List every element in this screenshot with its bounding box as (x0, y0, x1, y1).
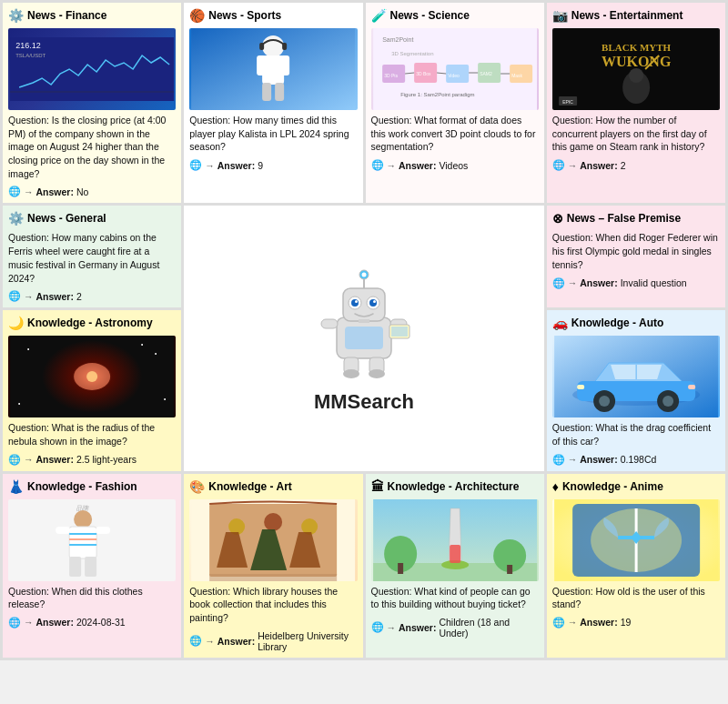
science-image: Sam2Point 3D Segmentation 3D Pts 3D Box … (371, 28, 539, 110)
fashion-answer: 2024-08-31 (76, 617, 126, 628)
card-sports-header: 🏀 News - Sports (189, 8, 357, 23)
science-question: Question: What format of data does this … (371, 114, 539, 154)
svg-point-47 (369, 299, 377, 307)
astronomy-title: Knowledge - Astronomy (27, 317, 153, 329)
general-icon: ⚙️ (8, 211, 24, 226)
finance-title: News - Finance (27, 9, 106, 22)
svg-rect-100 (450, 545, 460, 563)
architecture-image (371, 499, 539, 581)
finance-question: Question: Is the closing price (at 4:00 … (8, 114, 176, 180)
architecture-answer-row: 🌐 → Answer: Children (18 and Under) (371, 617, 539, 639)
sports-title: News - Sports (208, 9, 281, 22)
card-science: 🧪 News - Science Sam2Point 3D Segmentati… (366, 3, 544, 203)
finance-image: 216.12 TSLA/USDT (8, 28, 176, 110)
svg-rect-78 (688, 385, 695, 389)
svg-rect-9 (262, 83, 271, 101)
main-grid: ⚙️ News - Finance 216.12 TSLA/USDT Quest… (0, 0, 728, 660)
architecture-title: Knowledge - Architecture (388, 480, 520, 493)
svg-rect-50 (359, 319, 369, 323)
fashion-icon: 👗 (8, 479, 24, 494)
false-premise-icon: ⊗ (552, 211, 563, 226)
svg-text:216.12: 216.12 (15, 41, 41, 50)
svg-rect-87 (85, 557, 96, 577)
svg-point-46 (351, 299, 359, 307)
svg-text:3D Pts: 3D Pts (384, 73, 399, 78)
finance-answer-row: 🌐 → Answer: No (8, 186, 176, 197)
svg-rect-104 (507, 565, 512, 574)
card-science-header: 🧪 News - Science (371, 8, 539, 23)
svg-rect-12 (282, 43, 287, 50)
anime-title: Knowledge - Anime (562, 480, 663, 493)
card-astronomy-header: 🌙 Knowledge - Astronomy (8, 316, 176, 330)
sports-icon: 🏀 (189, 8, 205, 23)
astronomy-image (8, 336, 176, 417)
auto-title: Knowledge - Auto (571, 317, 664, 329)
card-art-header: 🎨 Knowledge - Art (189, 479, 357, 494)
art-question: Question: Which library houses the book … (189, 585, 357, 625)
architecture-globe-icon: 🌐 (371, 621, 384, 633)
card-auto: 🚗 Knowledge - Auto (547, 310, 725, 470)
science-title: News - Science (390, 9, 470, 22)
false-premise-answer-row: 🌐 → Answer: Invalid question (552, 277, 720, 289)
entertainment-title: News - Entertainment (571, 9, 683, 22)
card-general-header: ⚙️ News - General (8, 211, 176, 226)
finance-icon: ⚙️ (8, 8, 24, 23)
svg-rect-11 (259, 43, 264, 50)
astronomy-answer-row: 🌐 → Answer: 2.5 light-years (8, 454, 176, 466)
center-panel: MMSearch (184, 206, 544, 470)
card-art: 🎨 Knowledge - Art Question: Which (184, 474, 362, 658)
svg-rect-55 (391, 327, 408, 337)
entertainment-answer: 2 (621, 160, 626, 171)
fashion-answer-row: 🌐 → Answer: 2024-08-31 (8, 617, 176, 629)
card-finance: ⚙️ News - Finance 216.12 TSLA/USDT Quest… (3, 3, 181, 203)
svg-text:WUKONG: WUKONG (602, 54, 672, 69)
science-globe-icon: 🌐 (371, 159, 384, 171)
svg-point-49 (373, 300, 376, 303)
auto-icon: 🚗 (552, 316, 568, 330)
svg-rect-77 (577, 385, 584, 389)
anime-image (552, 499, 720, 581)
entertainment-image: BLACK MYTH WUKONG EPIC (552, 28, 720, 110)
general-answer: 2 (76, 291, 82, 302)
svg-rect-10 (275, 83, 284, 101)
svg-rect-52 (321, 319, 338, 328)
svg-text:SAM2: SAM2 (480, 71, 492, 76)
auto-globe-icon: 🌐 (552, 454, 565, 466)
architecture-icon: 🏛 (371, 479, 384, 494)
auto-answer-row: 🌐 → Answer: 0.198Cd (552, 454, 720, 466)
astronomy-question: Question: What is the radius of the nebu… (8, 421, 176, 448)
svg-point-76 (662, 396, 673, 407)
svg-point-63 (86, 371, 97, 382)
false-premise-answer: Invalid question (621, 277, 687, 288)
svg-point-66 (164, 398, 166, 400)
card-finance-header: ⚙️ News - Finance (8, 8, 176, 23)
svg-rect-86 (69, 557, 81, 577)
entertainment-question: Question: How the number of concurrent p… (552, 114, 720, 154)
science-answer: Videos (439, 160, 468, 171)
card-fashion-header: 👗 Knowledge - Fashion (8, 479, 176, 494)
general-answer-row: 🌐 → Answer: 2 (8, 290, 176, 302)
card-architecture-header: 🏛 Knowledge - Architecture (371, 479, 539, 494)
fashion-globe-icon: 🌐 (8, 617, 21, 629)
fashion-title: Knowledge - Fashion (27, 480, 137, 493)
card-sports: 🏀 News - Sports (184, 3, 362, 203)
svg-text:BLACK MYTH: BLACK MYTH (602, 42, 672, 53)
card-entertainment-header: 📷 News - Entertainment (552, 8, 720, 23)
auto-image (552, 336, 720, 417)
svg-point-64 (27, 348, 29, 350)
svg-text:3D Segmentation: 3D Segmentation (391, 51, 433, 56)
card-auto-header: 🚗 Knowledge - Auto (552, 316, 720, 330)
entertainment-globe-icon: 🌐 (552, 159, 565, 171)
art-image (189, 499, 357, 581)
art-title: Knowledge - Art (208, 480, 292, 493)
svg-point-68 (141, 344, 143, 346)
svg-rect-82 (69, 527, 96, 558)
sports-image (189, 28, 357, 110)
science-icon: 🧪 (371, 8, 387, 23)
svg-text:品牌: 品牌 (76, 505, 89, 511)
false-premise-globe-icon: 🌐 (552, 277, 565, 289)
svg-text:Mask: Mask (511, 73, 522, 78)
svg-rect-95 (209, 574, 337, 581)
false-premise-title: News – False Premise (567, 212, 681, 225)
sports-answer: 9 (258, 160, 263, 171)
